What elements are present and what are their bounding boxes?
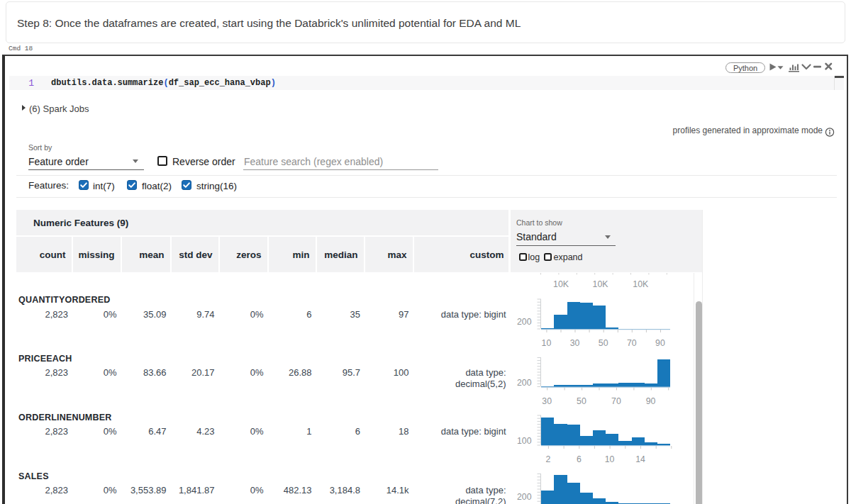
svg-text:200: 200 [517, 317, 532, 327]
svg-text:30: 30 [542, 396, 552, 406]
svg-text:50: 50 [599, 338, 608, 348]
svg-text:70: 70 [627, 338, 637, 348]
svg-text:50: 50 [577, 396, 586, 406]
svg-text:200: 200 [517, 492, 532, 502]
svg-text:30: 30 [570, 338, 580, 348]
svg-text:14: 14 [635, 454, 645, 464]
svg-text:10: 10 [542, 338, 552, 348]
svg-text:90: 90 [646, 396, 656, 406]
svg-text:10K: 10K [553, 279, 569, 289]
svg-text:2: 2 [545, 454, 550, 464]
svg-text:10: 10 [605, 454, 615, 464]
svg-text:100: 100 [517, 436, 532, 446]
svg-text:70: 70 [611, 396, 621, 406]
svg-text:200: 200 [517, 378, 532, 388]
svg-text:6: 6 [577, 454, 582, 464]
svg-text:90: 90 [655, 338, 665, 348]
svg-text:10K: 10K [633, 279, 649, 289]
svg-text:10K: 10K [593, 279, 609, 289]
